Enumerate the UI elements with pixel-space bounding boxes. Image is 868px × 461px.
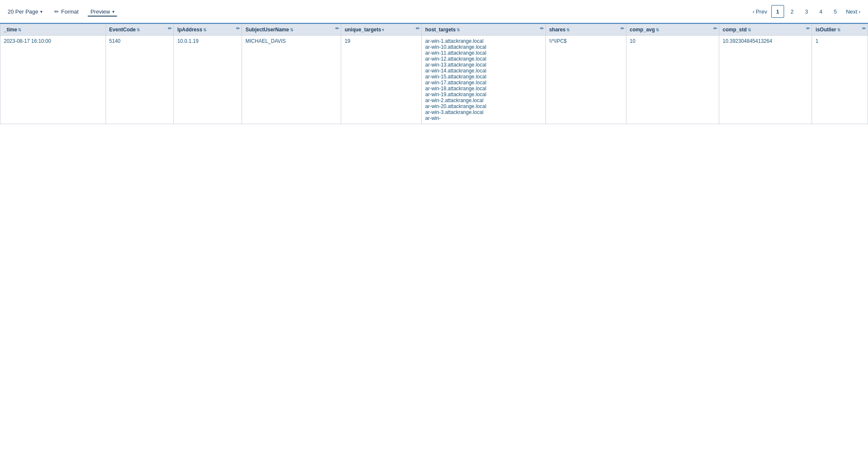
cell-IpAddress-0: 10.0.1.19 — [174, 36, 242, 124]
col-name-eventcode: EventCode ⇅ — [109, 27, 140, 33]
edit-icon-host-targets[interactable]: ✏ — [540, 26, 544, 31]
cell-EventCode-0: 5140 — [106, 36, 174, 124]
edit-icon-unique-targets[interactable]: ✏ — [416, 26, 420, 31]
col-name-host-targets: host_targets ⇅ — [425, 27, 460, 33]
col-header-host-targets[interactable]: ✏ host_targets ⇅ — [422, 24, 545, 36]
cell-host_targets-0: ar-win-1.attackrange.local ar-win-10.att… — [422, 36, 545, 124]
pagination: ‹ Prev 1 2 3 4 5 Next › — [750, 5, 863, 18]
col-name-shares: shares ⇅ — [549, 27, 570, 33]
edit-icon-subjectusername[interactable]: ✏ — [335, 26, 339, 31]
page-button-4[interactable]: 4 — [815, 5, 827, 18]
cell-SubjectUserName-0: MICHAEL_DAVIS — [242, 36, 341, 124]
format-icon: ✏ — [54, 8, 59, 15]
table-wrapper: _time ⇅ ✏ EventCode ⇅ ✏ — [0, 24, 868, 461]
next-chevron: › — [859, 8, 860, 15]
edit-icon-isoutlier[interactable]: ✏ — [862, 26, 866, 31]
table-header-row: _time ⇅ ✏ EventCode ⇅ ✏ — [0, 24, 868, 36]
next-button[interactable]: Next › — [843, 7, 863, 17]
preview-caret: ▾ — [112, 9, 114, 14]
page-button-3[interactable]: 3 — [800, 5, 813, 18]
prev-chevron: ‹ — [753, 8, 754, 15]
cell-comp_std-0: 10.392304845413264 — [719, 36, 812, 124]
col-header-comp-avg[interactable]: ✏ comp_avg ⇅ — [626, 24, 719, 36]
col-name-isoutlier: isOutlier ⇅ — [815, 27, 840, 33]
cell-_time-0: 2023-08-17 16:10:00 — [0, 36, 106, 124]
col-header-shares[interactable]: ✏ shares ⇅ — [545, 24, 626, 36]
prev-button[interactable]: ‹ Prev — [750, 7, 770, 17]
sort-icon-eventcode: ⇅ — [136, 28, 140, 32]
sort-icon-isoutlier: ⇅ — [837, 28, 840, 32]
col-header-subjectusername[interactable]: ✏ SubjectUserName ⇅ — [242, 24, 341, 36]
col-header-comp-std[interactable]: ✏ comp_std ⇅ — [719, 24, 812, 36]
cell-comp_avg-0: 10 — [626, 36, 719, 124]
edit-icon-eventcode[interactable]: ✏ — [168, 26, 172, 31]
format-label: Format — [61, 8, 78, 15]
next-label: Next — [846, 8, 857, 15]
edit-icon-ipaddress[interactable]: ✏ — [236, 26, 240, 31]
col-header-eventcode[interactable]: ✏ EventCode ⇅ — [106, 24, 174, 36]
col-header-ipaddress[interactable]: ✏ IpAddress ⇅ — [174, 24, 242, 36]
edit-icon-comp-std[interactable]: ✏ — [806, 26, 810, 31]
preview-button[interactable]: Preview ▾ — [88, 7, 117, 17]
sort-icon-host-targets: ⇅ — [456, 28, 460, 32]
page-button-5[interactable]: 5 — [829, 5, 842, 18]
sort-icon-time: ⇅ — [18, 28, 21, 32]
sort-icon-comp-avg: ⇅ — [656, 28, 659, 32]
col-name-time: _time ⇅ — [4, 27, 21, 33]
prev-label: Prev — [756, 8, 767, 15]
col-name-comp-std: comp_std ⇅ — [723, 27, 751, 33]
edit-icon-shares[interactable]: ✏ — [620, 26, 624, 31]
sort-icon-shares: ⇅ — [566, 28, 570, 32]
col-name-ipaddress: IpAddress ⇅ — [177, 27, 206, 33]
results-table: _time ⇅ ✏ EventCode ⇅ ✏ — [0, 24, 868, 124]
sort-icon-subjectusername: ⇅ — [290, 28, 293, 32]
per-page-caret: ▾ — [40, 9, 42, 14]
col-name-comp-avg: comp_avg ⇅ — [630, 27, 659, 33]
edit-icon-comp-avg[interactable]: ✏ — [713, 26, 717, 31]
format-button[interactable]: ✏ Format — [52, 7, 81, 17]
toolbar: 20 Per Page ▾ ✏ Format Preview ▾ ‹ Prev … — [0, 0, 868, 24]
preview-label: Preview — [90, 8, 110, 15]
page-button-2[interactable]: 2 — [786, 5, 798, 18]
cell-shares-0: \\*\IPC$ — [545, 36, 626, 124]
table-row: 2023-08-17 16:10:00514010.0.1.19MICHAEL_… — [0, 36, 868, 124]
sort-icon-ipaddress: ⇅ — [203, 28, 206, 32]
col-name-subjectusername: SubjectUserName ⇅ — [245, 27, 293, 33]
col-header-isoutlier[interactable]: ✏ isOutlier ⇅ — [812, 24, 868, 36]
sort-icon-unique-targets: ▾ — [382, 28, 384, 32]
col-name-unique-targets: unique_targets ▾ — [345, 27, 384, 33]
page-button-1[interactable]: 1 — [771, 5, 784, 18]
per-page-button[interactable]: 20 Per Page ▾ — [5, 7, 45, 17]
col-header-unique-targets[interactable]: ✏ unique_targets ▾ — [341, 24, 422, 36]
per-page-label: 20 Per Page — [8, 8, 38, 15]
cell-unique_targets-0: 19 — [341, 36, 422, 124]
sort-icon-comp-std: ⇅ — [748, 28, 751, 32]
col-header-time[interactable]: _time ⇅ — [0, 24, 106, 36]
cell-isOutlier-0: 1 — [812, 36, 868, 124]
